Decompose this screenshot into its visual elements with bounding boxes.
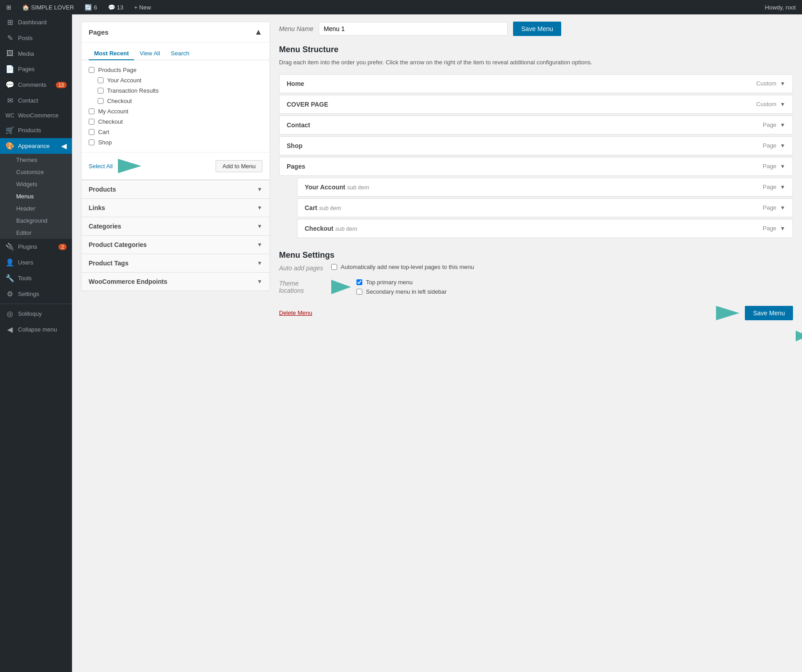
sidebar-item-soliloquy[interactable]: ◎ Soliloquy — [0, 306, 72, 322]
chevron-down-icon: ▼ — [780, 81, 785, 87]
auto-add-text: Automatically add new top-level pages to… — [341, 264, 474, 270]
updates-bar[interactable]: 🔄 6 — [82, 0, 99, 14]
tab-view-all[interactable]: View All — [134, 47, 165, 60]
menu-row-your-account[interactable]: Your Account sub item Page ▼ — [297, 178, 793, 197]
menu-item-sublabel-cart: sub item — [319, 205, 341, 211]
page-checkbox-shop[interactable] — [89, 139, 95, 145]
tools-icon: 🔧 — [5, 274, 14, 282]
new-label: + New — [134, 4, 151, 11]
delete-menu-link[interactable]: Delete Menu — [279, 309, 312, 316]
sidebar-item-contact[interactable]: ✉ Contact — [0, 93, 72, 108]
new-content-bar[interactable]: + New — [131, 0, 153, 14]
sidebar-item-users[interactable]: 👤 Users — [0, 255, 72, 270]
pages-panel-title: Pages — [89, 28, 108, 36]
sidebar-item-themes[interactable]: Themes — [0, 154, 72, 166]
sidebar-item-menus[interactable]: Menus — [0, 190, 72, 202]
menu-row-pages[interactable]: Pages Page ▼ — [279, 157, 793, 176]
sidebar-item-plugins[interactable]: 🔌 Plugins 2 — [0, 239, 72, 255]
add-to-menu-arrow — [118, 157, 141, 175]
contact-icon: ✉ — [5, 96, 14, 105]
sidebar-item-pages[interactable]: 📄 Pages — [0, 61, 72, 77]
secondary-menu-checkbox[interactable] — [356, 289, 362, 295]
menu-row-shop[interactable]: Shop Page ▼ — [279, 136, 793, 155]
page-checkbox-your-account[interactable] — [98, 77, 104, 83]
menu-row-cart[interactable]: Cart sub item Page ▼ — [297, 198, 793, 217]
accordion-header-links[interactable]: Links ▼ — [81, 199, 270, 217]
menu-item-label-checkout: Checkout — [305, 225, 333, 232]
menu-row-contact[interactable]: Contact Page ▼ — [279, 116, 793, 134]
page-checkbox-transaction-results[interactable] — [98, 88, 104, 94]
accordion-categories: Categories ▼ — [81, 217, 270, 236]
sidebar-item-media[interactable]: 🖼 Media — [0, 46, 72, 61]
auto-add-checkbox[interactable] — [331, 264, 337, 270]
menu-row-checkout[interactable]: Checkout sub item Page ▼ — [297, 219, 793, 238]
sidebar-item-customize[interactable]: Customize — [0, 166, 72, 178]
chevron-down-icon: ▼ — [780, 225, 785, 232]
site-name-bar[interactable]: 🏠 SIMPLE LOVER — [19, 0, 77, 14]
pages-panel: Pages ▲ Most Recent View All Search — [81, 22, 270, 180]
chevron-down-icon: ▼ — [257, 223, 262, 229]
menu-separator — [0, 304, 72, 304]
pages-list: Products Page Your Account Transaction R… — [81, 60, 270, 152]
page-checkbox-cart[interactable] — [89, 129, 95, 135]
woocommerce-icon: WC — [5, 112, 14, 119]
theme-locations-arrow — [331, 279, 351, 295]
tab-most-recent[interactable]: Most Recent — [89, 47, 134, 60]
soliloquy-icon: ◎ — [5, 309, 14, 318]
page-checkbox-checkout-indent[interactable] — [98, 98, 104, 104]
bottom-actions: Delete Menu Save Menu — [279, 304, 793, 322]
top-primary-checkbox[interactable] — [356, 279, 362, 285]
sidebar-item-background[interactable]: Background — [0, 215, 72, 227]
sidebar-item-posts[interactable]: ✎ Posts — [0, 30, 72, 46]
accordion-header-woocommerce-endpoints[interactable]: WooCommerce Endpoints ▼ — [81, 273, 270, 291]
sidebar-label-collapse: Collapse menu — [18, 326, 57, 333]
wp-icon: ⊞ — [6, 4, 11, 11]
sidebar-item-settings[interactable]: ⚙ Settings — [0, 286, 72, 302]
accordion-header-product-tags[interactable]: Product Tags ▼ — [81, 254, 270, 272]
products-icon: 🛒 — [5, 126, 14, 134]
pages-collapse-button[interactable]: ▲ — [254, 27, 262, 37]
howdy-bar[interactable]: Howdy, root — [762, 0, 798, 14]
sidebar-item-dashboard[interactable]: ⊞ Dashboard — [0, 14, 72, 30]
sidebar-item-editor[interactable]: Editor — [0, 227, 72, 239]
sidebar-item-woocommerce[interactable]: WC WooCommerce — [0, 108, 72, 122]
sidebar-item-appearance[interactable]: 🎨 Appearance ◀ — [0, 138, 72, 154]
widgets-label: Widgets — [16, 181, 37, 188]
sidebar-item-header[interactable]: Header — [0, 202, 72, 215]
sidebar-item-collapse[interactable]: ◀ Collapse menu — [0, 322, 72, 337]
save-menu-button-bottom[interactable]: Save Menu — [745, 306, 793, 320]
menu-item-sublabel-your-account: sub item — [347, 184, 369, 191]
comments-bar[interactable]: 💬 13 — [105, 0, 126, 14]
menu-name-input[interactable] — [319, 22, 508, 36]
svg-marker-1 — [118, 159, 141, 173]
accordion-header-products[interactable]: Products ▼ — [81, 180, 270, 198]
sidebar-item-products[interactable]: 🛒 Products — [0, 122, 72, 138]
list-item: Transaction Results — [89, 85, 262, 96]
sidebar-label-media: Media — [18, 50, 34, 57]
menu-item-type-checkout: Page — [763, 225, 776, 232]
chevron-down-icon: ▼ — [257, 278, 262, 285]
sidebar-item-comments[interactable]: 💬 Comments 13 — [0, 77, 72, 93]
chevron-down-icon: ▼ — [780, 163, 785, 170]
page-checkbox-products-page[interactable] — [89, 67, 95, 73]
list-item: Checkout — [89, 116, 262, 127]
wp-logo[interactable]: ⊞ — [4, 0, 14, 14]
page-checkbox-checkout[interactable] — [89, 119, 95, 125]
secondary-menu-check-row: Secondary menu in left sidebar — [356, 288, 446, 295]
themes-label: Themes — [16, 157, 37, 163]
add-to-menu-button[interactable]: Add to Menu — [216, 160, 262, 172]
sidebar-item-widgets[interactable]: Widgets — [0, 178, 72, 190]
tab-search[interactable]: Search — [166, 47, 195, 60]
appearance-arrow: ◀ — [61, 142, 67, 150]
users-icon: 👤 — [5, 258, 14, 267]
menu-row-home[interactable]: Home Custom ▼ — [279, 74, 793, 93]
menu-row-cover-page[interactable]: COVER PAGE Custom ▼ — [279, 95, 793, 114]
sidebar-item-tools[interactable]: 🔧 Tools — [0, 270, 72, 286]
accordion-header-categories[interactable]: Categories ▼ — [81, 217, 270, 235]
chevron-down-icon: ▼ — [780, 101, 785, 108]
save-menu-button-top[interactable]: Save Menu — [513, 22, 561, 36]
page-checkbox-my-account[interactable] — [89, 108, 95, 114]
theme-locations-row: Theme locations Top primary menu — [279, 279, 793, 295]
accordion-header-product-categories[interactable]: Product Categories ▼ — [81, 236, 270, 254]
select-all-link[interactable]: Select All — [89, 163, 113, 170]
